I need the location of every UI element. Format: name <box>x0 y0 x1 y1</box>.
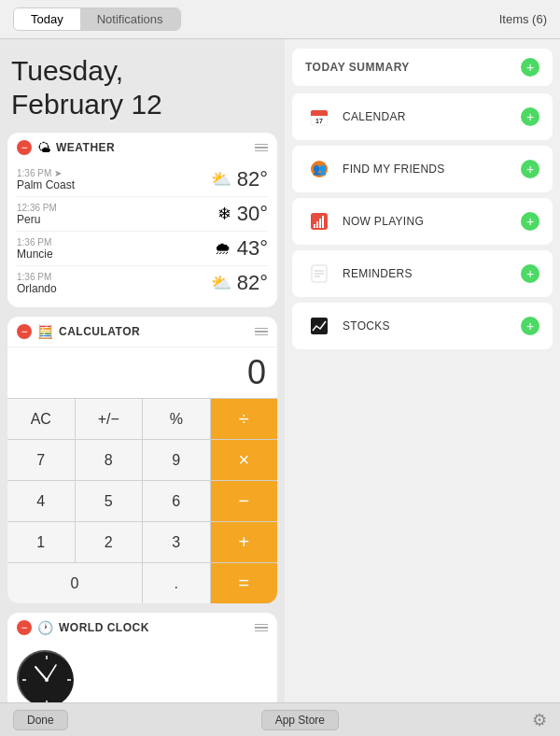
svg-text:17: 17 <box>315 118 323 124</box>
notif-add-icon[interactable]: + <box>521 107 539 126</box>
weather-remove-button[interactable] <box>17 140 32 155</box>
weather-temp: 82° <box>237 167 268 191</box>
notif-add-icon[interactable]: + <box>521 160 539 178</box>
weather-content: 1:36 PM ➤ Palm Coast ⛅ 82° 12:36 PM Peru… <box>7 163 277 307</box>
weather-row: 1:36 PM Orlando ⛅ 82° <box>17 265 268 300</box>
calc-btn-op[interactable]: − <box>211 481 278 521</box>
calc-btn-opopop[interactable]: +/− <box>76 399 143 439</box>
weather-time: 1:36 PM <box>17 237 53 248</box>
calc-btn-op[interactable]: × <box>211 440 278 480</box>
notif-add-icon[interactable]: + <box>521 212 539 231</box>
svg-rect-15 <box>314 224 315 228</box>
calculator-widget: 🧮 CALCULATOR 0 AC+/−%÷789×456−123+0.= <box>7 317 277 603</box>
notif-item-find-my-friends[interactable]: 👥 FIND MY FRIENDS + <box>292 146 553 192</box>
settings-icon[interactable]: ⚙ <box>532 710 547 730</box>
weather-right: ⛅ 82° <box>211 271 268 295</box>
notification-list: 17 CALENDAR + 👥 FIND MY FRIENDS + NOW PL… <box>292 93 553 349</box>
notif-label: STOCKS <box>343 319 390 333</box>
weather-row: 1:36 PM ➤ Palm Coast ⛅ 82° <box>17 163 268 196</box>
notif-app-icon: 17 <box>305 103 333 131</box>
weather-time: 1:36 PM ➤ <box>17 168 75 178</box>
tab-notifications[interactable]: Notifications <box>80 8 180 30</box>
notif-label: REMINDERS <box>343 267 413 280</box>
weather-menu-icon[interactable] <box>255 144 268 152</box>
calculator-icon: 🧮 <box>37 324 53 339</box>
notif-app-icon: 👥 <box>305 155 333 183</box>
calculator-remove-button[interactable] <box>17 324 32 339</box>
world-clock-widget: 🕐 WORLD CLOCK <box>7 613 277 702</box>
calc-btn-op[interactable]: % <box>143 399 210 439</box>
weather-row: 1:36 PM Muncie 🌧 43° <box>17 231 268 265</box>
calc-btn-op[interactable]: ÷ <box>211 399 278 439</box>
weather-location: Peru <box>17 213 57 226</box>
weather-time-loc: 12:36 PM Peru <box>17 203 57 226</box>
clock-content: Paris <box>7 643 277 702</box>
calc-btn-op[interactable]: + <box>211 522 278 562</box>
weather-condition-icon: ⛅ <box>211 273 231 293</box>
calc-btn-3[interactable]: 3 <box>143 522 210 562</box>
weather-right: ⛅ 82° <box>211 167 268 191</box>
weather-icon: 🌤 <box>37 140 50 155</box>
calc-btn-2[interactable]: 2 <box>76 522 143 562</box>
weather-widget-header: 🌤 WEATHER <box>7 133 277 163</box>
weather-time-loc: 1:36 PM Orlando <box>17 272 57 295</box>
date-line2: February 12 <box>11 88 273 121</box>
today-summary-add-icon[interactable]: + <box>521 58 539 77</box>
weather-right: 🌧 43° <box>215 236 268 261</box>
weather-location: Palm Coast <box>17 178 75 191</box>
calc-btn-9[interactable]: 9 <box>143 440 210 480</box>
notif-item-calendar[interactable]: 17 CALENDAR + <box>292 93 553 140</box>
weather-temp: 82° <box>237 271 268 295</box>
calc-btn-7[interactable]: 7 <box>7 440 75 480</box>
notif-item-stocks[interactable]: STOCKS + <box>292 303 553 349</box>
bottom-bar: Done App Store ⚙ <box>0 702 560 736</box>
calc-btn-0[interactable]: 0 <box>7 563 142 603</box>
svg-rect-16 <box>316 221 318 228</box>
notif-left: 17 CALENDAR <box>305 103 406 131</box>
calculator-menu-icon[interactable] <box>255 328 268 336</box>
svg-point-7 <box>45 678 49 682</box>
svg-rect-18 <box>322 216 324 228</box>
calc-btn-op[interactable]: = <box>211 563 278 603</box>
world-clock-remove-button[interactable] <box>17 620 32 635</box>
world-clock-menu-icon[interactable] <box>255 624 268 632</box>
appstore-button[interactable]: App Store <box>261 710 339 730</box>
weather-location: Orlando <box>17 282 57 295</box>
weather-condition-icon: 🌧 <box>215 239 231 259</box>
weather-right: ❄ 30° <box>217 202 268 226</box>
calc-btn-4[interactable]: 4 <box>7 481 75 521</box>
main-layout: Tuesday, February 12 🌤 WEATHER 1:36 PM ➤ <box>0 39 560 702</box>
top-bar: Today Notifications Items (6) <box>0 0 560 39</box>
notif-add-icon[interactable]: + <box>521 317 539 335</box>
calc-btn-6[interactable]: 6 <box>143 481 210 521</box>
today-summary-button[interactable]: TODAY SUMMARY + <box>292 49 553 86</box>
calc-btn-8[interactable]: 8 <box>76 440 143 480</box>
tab-group: Today Notifications <box>13 7 181 31</box>
calc-btn-AC[interactable]: AC <box>7 399 75 439</box>
calc-btn-5[interactable]: 5 <box>76 481 143 521</box>
notif-item-now-playing[interactable]: NOW PLAYING + <box>292 198 553 245</box>
calc-btn-1[interactable]: 1 <box>7 522 75 562</box>
weather-condition-icon: ❄ <box>217 204 231 224</box>
left-panel: Tuesday, February 12 🌤 WEATHER 1:36 PM ➤ <box>0 39 285 702</box>
notif-left: STOCKS <box>305 312 390 340</box>
world-clock-header: 🕐 WORLD CLOCK <box>7 613 277 643</box>
done-button[interactable]: Done <box>13 710 68 730</box>
tab-today[interactable]: Today <box>14 8 80 30</box>
weather-location: Muncie <box>17 248 53 261</box>
clock-face-paris <box>17 650 73 702</box>
svg-rect-10 <box>311 114 328 116</box>
notif-left: REMINDERS <box>305 260 413 288</box>
weather-header-left: 🌤 WEATHER <box>17 140 115 155</box>
calc-header-left: 🧮 CALCULATOR <box>17 324 140 339</box>
notif-label: CALENDAR <box>343 110 406 123</box>
weather-temp: 30° <box>237 202 268 226</box>
notif-add-icon[interactable]: + <box>521 264 539 283</box>
calculator-buttons: AC+/−%÷789×456−123+0.= <box>7 398 277 603</box>
right-panel: TODAY SUMMARY + 17 CALENDAR + 👥 FIND MY … <box>285 39 560 702</box>
notif-item-reminders[interactable]: REMINDERS + <box>292 250 553 297</box>
calc-btn-op[interactable]: . <box>143 563 210 603</box>
notif-app-icon <box>305 260 333 288</box>
notif-left: NOW PLAYING <box>305 207 424 235</box>
notif-label: NOW PLAYING <box>343 215 424 228</box>
